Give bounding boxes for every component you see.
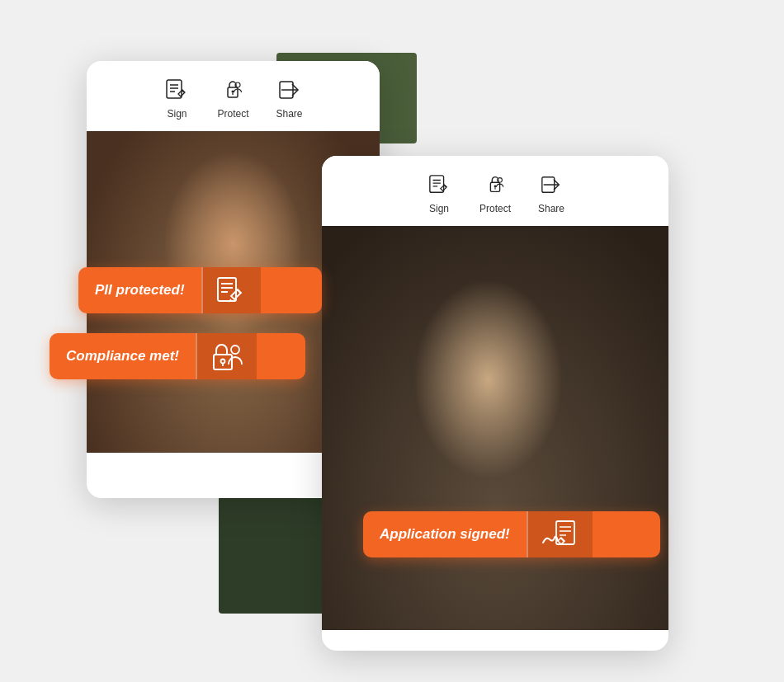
- badge-signed-text: Application signed!: [363, 526, 527, 543]
- svg-rect-43: [454, 449, 536, 482]
- badge-compliance-icon-section: [196, 333, 257, 379]
- svg-rect-26: [153, 387, 318, 453]
- svg-point-41: [380, 548, 611, 630]
- share-icon-right: [537, 171, 565, 199]
- share-label-left: Share: [276, 108, 302, 120]
- protect-icon: [219, 76, 247, 104]
- document-edit-icon: [216, 276, 248, 304]
- svg-rect-69: [556, 521, 574, 544]
- svg-point-55: [342, 247, 384, 288]
- protect-label-left: Protect: [217, 108, 248, 120]
- sign-label-left: Sign: [167, 108, 187, 120]
- svg-point-52: [508, 393, 517, 403]
- svg-rect-39: [487, 226, 668, 473]
- svg-point-12: [135, 379, 333, 453]
- toolbar-protect-left[interactable]: Protect: [217, 76, 248, 120]
- badge-pii-icon-section: [201, 267, 261, 313]
- sign-doc-icon: [541, 520, 579, 549]
- svg-point-57: [332, 376, 361, 406]
- lock-person-icon: [210, 341, 243, 371]
- svg-point-45: [444, 318, 546, 381]
- toolbar-sign-right[interactable]: Sign: [425, 171, 453, 214]
- svg-rect-38: [322, 226, 668, 630]
- svg-rect-27: [161, 395, 260, 444]
- badge-pii: PII protected!: [78, 267, 322, 313]
- svg-point-66: [220, 359, 224, 363]
- badge-signed: Application signed!: [363, 511, 660, 557]
- toolbar-share-left[interactable]: Share: [276, 76, 304, 120]
- svg-point-47: [470, 391, 487, 399]
- svg-point-68: [231, 346, 239, 354]
- svg-point-15: [180, 214, 287, 271]
- toolbar-sign-left[interactable]: Sign: [163, 76, 191, 120]
- sign-icon: [163, 76, 191, 104]
- card-right: Sign Protect: [322, 156, 668, 651]
- badge-compliance-text: Compliance met!: [50, 348, 196, 365]
- scene: Sign Protect: [41, 28, 743, 655]
- svg-point-46: [447, 321, 543, 370]
- svg-point-44: [446, 343, 545, 455]
- toolbar-protect-right[interactable]: Protect: [479, 171, 511, 214]
- share-icon: [276, 76, 304, 104]
- svg-point-50: [504, 390, 519, 403]
- svg-rect-42: [479, 424, 510, 461]
- badge-pii-text: PII protected!: [78, 282, 201, 299]
- toolbar-share-right[interactable]: Share: [537, 171, 565, 214]
- protect-label-right: Protect: [479, 203, 511, 214]
- card-right-image: [322, 226, 668, 630]
- svg-rect-40: [569, 308, 668, 374]
- svg-point-56: [619, 275, 652, 308]
- card-right-toolbar: Sign Protect: [322, 156, 668, 226]
- card-left-toolbar: Sign Protect: [87, 61, 380, 131]
- badge-signed-icon-section: [527, 511, 593, 557]
- svg-point-51: [475, 393, 484, 403]
- svg-point-49: [471, 390, 486, 403]
- svg-point-48: [503, 391, 520, 399]
- sign-icon-right: [425, 171, 453, 199]
- share-label-right: Share: [538, 203, 564, 214]
- svg-point-58: [634, 414, 668, 450]
- badge-compliance: Compliance met!: [50, 333, 305, 379]
- sign-label-right: Sign: [429, 203, 449, 214]
- protect-icon-right: [481, 171, 509, 199]
